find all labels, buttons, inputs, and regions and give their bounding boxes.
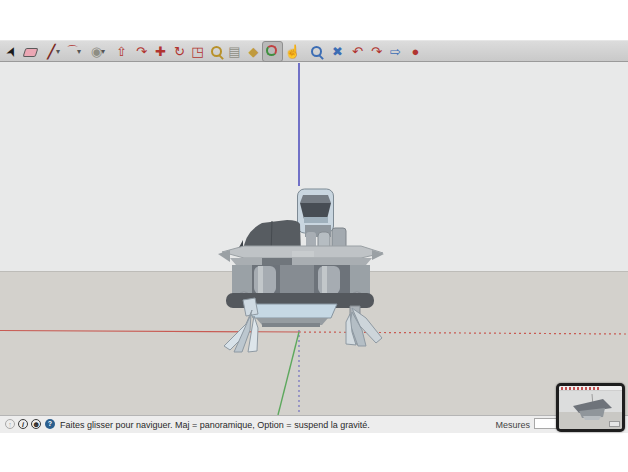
credits-icon[interactable]: ☻ [31, 419, 41, 429]
model-3d[interactable] [218, 189, 384, 352]
move-tool-icon[interactable]: ✚ [152, 43, 169, 60]
tape-measure-tool-icon[interactable] [208, 43, 225, 60]
get-models-icon[interactable]: ⇨ [387, 43, 404, 60]
info-icon[interactable]: i [18, 419, 28, 429]
sketchup-window: ➤ ╱ ▾ ⌒ ▾ ◉ ▾ ⇧ ↷ ✚ ↻ ◳ ▤ ◆ ☝ ✖ ↶ ↷ ⇨ ● [0, 0, 628, 472]
scale-tool-icon[interactable]: ◳ [189, 43, 206, 60]
select-tool-icon[interactable]: ➤ [0, 40, 23, 63]
arc-tool-dropdown-icon[interactable]: ▾ [75, 46, 83, 58]
zoom-extents-tool-icon[interactable]: ✖ [329, 43, 346, 60]
next-view-icon[interactable]: ↷ [368, 43, 385, 60]
paint-bucket-tool-icon[interactable]: ◆ [245, 43, 262, 60]
status-hint-text: Faites glisser pour naviguer. Maj = pano… [60, 420, 370, 430]
dimension-tool-icon[interactable]: ▤ [226, 43, 243, 60]
window-preview-thumbnail[interactable] [556, 383, 625, 432]
viewport-3d-canvas[interactable] [0, 62, 628, 415]
line-tool-dropdown-icon[interactable]: ▾ [54, 46, 62, 58]
preview-measurements-box [609, 421, 620, 427]
preview-titlebar [559, 386, 622, 391]
rotate-tool-icon[interactable]: ↻ [171, 43, 188, 60]
status-bar: ↑ i ☻ ? Faites glisser pour naviguer. Ma… [0, 415, 628, 433]
geolocation-icon[interactable]: ↑ [5, 419, 15, 429]
help-icon[interactable]: ? [45, 419, 55, 429]
pushpull-tool-icon[interactable]: ⇧ [113, 43, 130, 60]
previous-view-icon[interactable]: ↶ [349, 43, 366, 60]
preview-toolbar-icons [561, 387, 601, 390]
zoom-tool-icon[interactable] [308, 43, 325, 60]
preview-content [559, 386, 622, 429]
scene-overlay [0, 62, 628, 415]
toolbar: ➤ ╱ ▾ ⌒ ▾ ◉ ▾ ⇧ ↷ ✚ ↻ ◳ ▤ ◆ ☝ ✖ ↶ ↷ ⇨ ● [0, 40, 628, 62]
measurements-label: Mesures [495, 420, 530, 430]
circle-tool-dropdown-icon[interactable]: ▾ [99, 46, 107, 58]
pan-tool-icon[interactable]: ☝ [284, 43, 301, 60]
orbit-tool-icon[interactable] [262, 41, 283, 62]
share-model-icon[interactable]: ● [407, 43, 424, 60]
followme-tool-icon[interactable]: ↷ [133, 43, 150, 60]
eraser-tool-icon[interactable] [22, 43, 39, 60]
